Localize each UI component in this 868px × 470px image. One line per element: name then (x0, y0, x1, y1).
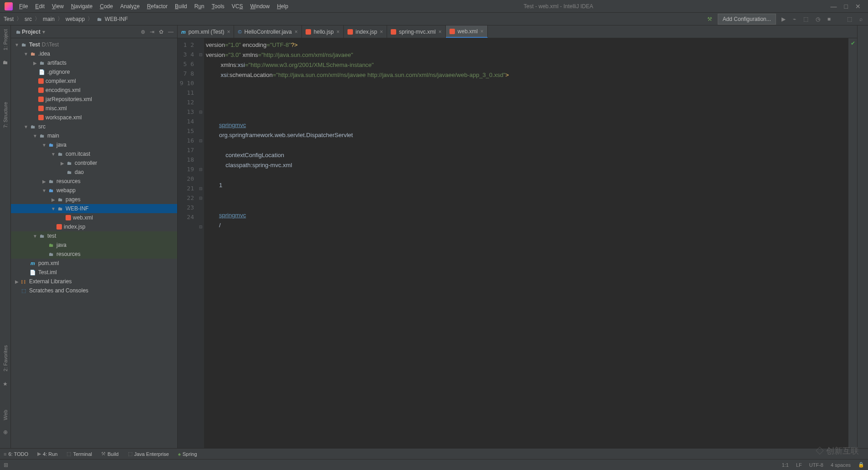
tree-file[interactable]: encodings.xml (11, 86, 177, 95)
cursor-position[interactable]: 1:1 (782, 462, 789, 468)
menu-window[interactable]: Window (246, 1, 273, 11)
close-tab-icon[interactable]: × (227, 29, 230, 35)
indent-setting[interactable]: 4 spaces (831, 462, 851, 468)
menu-code[interactable]: Code (96, 1, 117, 11)
tree-root[interactable]: ▼🖿TestD:\Test (11, 40, 177, 49)
menu-refactor[interactable]: Refactor (143, 1, 171, 11)
coverage-icon[interactable]: ⬚ (802, 15, 810, 23)
stop-icon[interactable]: ■ (826, 15, 832, 23)
hammer-icon[interactable]: ⚒ (705, 15, 714, 23)
folder-icon[interactable]: 🖿 (3, 59, 8, 66)
breadcrumb-item[interactable]: WEB-INF (105, 16, 128, 22)
tree-folder[interactable]: ▶🖿artifacts (11, 58, 177, 67)
todo-tool-button[interactable]: ≡6: TODO (4, 451, 28, 457)
breadcrumb-item[interactable]: Test (4, 16, 14, 22)
tree-file[interactable]: web.xml (11, 213, 177, 222)
close-tab-icon[interactable]: × (337, 29, 340, 35)
tree-file[interactable]: compiler.xml (11, 77, 177, 86)
close-tab-icon[interactable]: × (380, 29, 383, 35)
profiler-icon[interactable]: ◷ (814, 15, 822, 23)
update-icon[interactable]: ⬚ (845, 15, 854, 23)
tree-scratches[interactable]: ⬚Scratches and Consoles (11, 286, 177, 295)
editor-tab[interactable]: mpom.xml (Test)× (178, 26, 234, 38)
fold-icon[interactable]: ⊟ (198, 50, 204, 59)
settings-icon[interactable]: ✿ (159, 29, 163, 35)
menu-file[interactable]: File (15, 1, 31, 11)
editor-tab[interactable]: hello.jsp× (302, 26, 344, 38)
fold-icon[interactable]: ⊟ (198, 222, 204, 231)
fold-icon[interactable]: ⊟ (198, 193, 204, 203)
tree-folder[interactable]: 🖿dao (11, 168, 177, 177)
run-icon[interactable]: ▶ (780, 15, 787, 23)
breadcrumb-item[interactable]: src (25, 16, 32, 22)
lock-icon[interactable]: 🔒 (858, 462, 864, 468)
tree-folder[interactable]: ▼🖿webapp (11, 186, 177, 195)
show-tool-windows-icon[interactable]: ⊞ (4, 462, 8, 468)
tree-file[interactable]: mpom.xml (11, 259, 177, 268)
search-icon[interactable]: ⌕ (858, 15, 864, 23)
breadcrumb-item[interactable]: main (43, 16, 55, 22)
tree-folder[interactable]: ▶🖿pages (11, 195, 177, 204)
project-tree[interactable]: ▼🖿TestD:\Test ▼🖿.idea ▶🖿artifacts 📄.giti… (11, 38, 177, 448)
line-separator[interactable]: LF (796, 462, 802, 468)
menu-vcs[interactable]: VCS (228, 1, 247, 11)
tree-folder[interactable]: ▼🖿com.itcast (11, 149, 177, 158)
menu-analyze[interactable]: Analyze (117, 1, 143, 11)
code-editor[interactable]: version="1.0" encoding="UTF-8"?> version… (204, 38, 848, 448)
project-view-title[interactable]: Project (22, 29, 41, 35)
menu-build[interactable]: Build (171, 1, 191, 11)
close-button[interactable]: ✕ (855, 3, 861, 10)
favorites-tool-button[interactable]: 2: Favorites (3, 345, 8, 371)
editor-tab[interactable]: spring-mvc.xml× (387, 26, 446, 38)
debug-icon[interactable]: ⌁ (791, 15, 798, 23)
web-tool-button[interactable]: Web (3, 410, 8, 420)
close-tab-icon[interactable]: × (480, 28, 484, 35)
editor-tab[interactable]: ©HelloController.java× (234, 26, 301, 38)
tree-file[interactable]: 📄.gitignore (11, 67, 177, 77)
tree-folder[interactable]: ▶🖿controller (11, 158, 177, 168)
spring-tool-button[interactable]: ♠Spring (178, 451, 197, 457)
tree-folder[interactable]: ▼🖿java (11, 140, 177, 149)
project-tool-button[interactable]: 1: Project (3, 29, 8, 50)
fold-icon[interactable]: ⊟ (198, 107, 204, 117)
tree-folder[interactable]: ▼🖿test (11, 231, 177, 240)
minimize-button[interactable]: — (831, 3, 837, 10)
fold-icon[interactable]: ⊟ (198, 184, 204, 193)
tree-folder[interactable]: 🖿resources (11, 250, 177, 259)
tree-external-libs[interactable]: ▶⫿⫿External Libraries (11, 277, 177, 286)
tree-folder-selected[interactable]: ▼🖿WEB-INF (11, 204, 177, 213)
check-icon[interactable]: ✔ (851, 40, 855, 46)
breadcrumb-item[interactable]: webapp (66, 16, 85, 22)
maximize-button[interactable]: □ (844, 3, 848, 10)
menu-tools[interactable]: Tools (208, 1, 228, 11)
fold-icon[interactable]: ⊟ (198, 136, 204, 145)
menu-edit[interactable]: Edit (31, 1, 48, 11)
tree-folder[interactable]: ▼🖿main (11, 131, 177, 140)
tree-file[interactable]: 📄Test.iml (11, 268, 177, 277)
hide-icon[interactable]: — (168, 29, 174, 35)
tree-folder[interactable]: ▶🖿resources (11, 177, 177, 186)
tree-file[interactable]: jarRepositories.xml (11, 95, 177, 104)
tree-file[interactable]: workspace.xml (11, 113, 177, 122)
tree-folder[interactable]: 🖿java (11, 240, 177, 250)
locate-icon[interactable]: ⊕ (141, 29, 145, 35)
tree-folder[interactable]: ▼🖿.idea (11, 49, 177, 58)
tree-file[interactable]: index.jsp (11, 222, 177, 231)
menu-help[interactable]: Help (273, 1, 292, 11)
structure-tool-button[interactable]: 7: Structure (3, 102, 8, 128)
menu-navigate[interactable]: Navigate (67, 1, 96, 11)
tree-file[interactable]: misc.xml (11, 104, 177, 113)
editor-tab-active[interactable]: web.xml× (446, 26, 488, 38)
tree-folder[interactable]: ▼🖿src (11, 122, 177, 131)
run-tool-button[interactable]: ▶4: Run (37, 451, 57, 457)
menu-view[interactable]: View (48, 1, 67, 11)
close-tab-icon[interactable]: × (295, 29, 298, 35)
javaee-tool-button[interactable]: ⬚Java Enterprise (128, 451, 169, 457)
close-tab-icon[interactable]: × (439, 29, 442, 35)
build-tool-button[interactable]: ⚒Build (101, 451, 118, 457)
collapse-icon[interactable]: ⇥ (150, 29, 154, 35)
fold-icon[interactable]: ⊟ (198, 164, 204, 174)
menu-run[interactable]: Run (191, 1, 208, 11)
file-encoding[interactable]: UTF-8 (809, 462, 823, 468)
add-configuration-button[interactable]: Add Configuration... (718, 14, 776, 25)
